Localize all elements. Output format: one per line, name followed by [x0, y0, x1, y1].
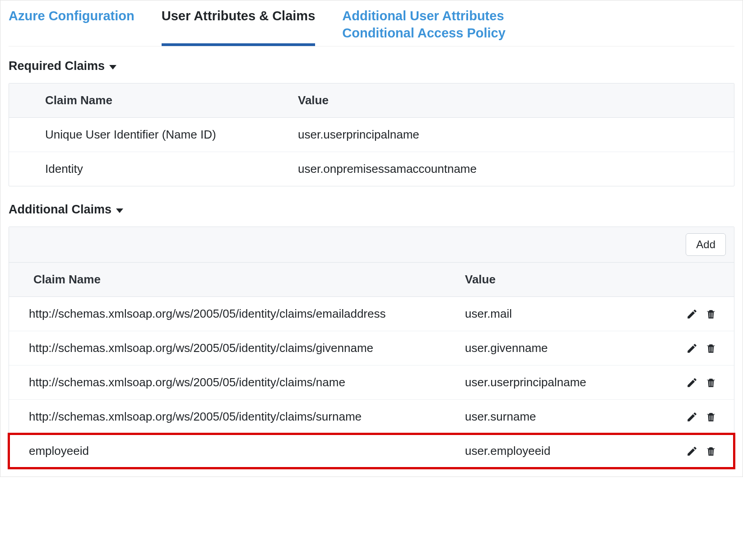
edit-icon[interactable]	[686, 445, 698, 457]
column-value: Value	[298, 93, 725, 107]
additional-claims-table: Add Claim Name Value http://schemas.xmls…	[9, 227, 734, 468]
table-row: Identityuser.onpremisessamaccountname	[9, 152, 734, 186]
claim-name-cell: Identity	[18, 162, 298, 176]
table-row: Unique User Identifier (Name ID)user.use…	[9, 118, 734, 152]
delete-icon[interactable]	[705, 342, 717, 354]
claim-name-cell: http://schemas.xmlsoap.org/ws/2005/05/id…	[18, 410, 465, 424]
edit-icon[interactable]	[686, 411, 698, 423]
delete-icon[interactable]	[705, 411, 717, 423]
add-button[interactable]: Add	[686, 233, 726, 256]
claim-name-cell: http://schemas.xmlsoap.org/ws/2005/05/id…	[18, 341, 465, 355]
claim-value-cell: user.userprincipalname	[298, 128, 725, 142]
required-claims-toggle[interactable]: Required Claims	[9, 59, 734, 73]
tab-bar: Azure Configuration User Attributes & Cl…	[9, 0, 734, 46]
table-row: http://schemas.xmlsoap.org/ws/2005/05/id…	[9, 297, 734, 331]
tab-additional-attributes-conditional[interactable]: Additional User Attributes Conditional A…	[342, 5, 506, 46]
table-row: http://schemas.xmlsoap.org/ws/2005/05/id…	[9, 331, 734, 366]
table-header: Claim Name Value	[9, 83, 734, 118]
delete-icon[interactable]	[705, 445, 717, 457]
tab-additional-line1: Additional User Attributes	[342, 8, 506, 25]
edit-icon[interactable]	[686, 308, 698, 320]
column-value: Value	[465, 273, 675, 287]
caret-down-icon	[116, 208, 123, 213]
column-claim-name: Claim Name	[18, 273, 465, 287]
table-row: employeeiduser.employeeid	[9, 434, 734, 468]
claim-value-cell: user.givenname	[465, 341, 675, 355]
tab-azure-configuration[interactable]: Azure Configuration	[9, 5, 135, 46]
caret-down-icon	[109, 65, 116, 69]
edit-icon[interactable]	[686, 342, 698, 354]
edit-icon[interactable]	[686, 377, 698, 389]
claim-value-cell: user.surname	[465, 410, 675, 424]
claim-value-cell: user.mail	[465, 307, 675, 321]
additional-claims-toolbar: Add	[9, 227, 734, 263]
claim-value-cell: user.employeeid	[465, 444, 675, 458]
claim-name-cell: employeeid	[18, 444, 465, 458]
claim-name-cell: Unique User Identifier (Name ID)	[18, 128, 298, 142]
claim-name-cell: http://schemas.xmlsoap.org/ws/2005/05/id…	[18, 307, 465, 321]
table-row: http://schemas.xmlsoap.org/ws/2005/05/id…	[9, 400, 734, 434]
column-claim-name: Claim Name	[18, 93, 298, 107]
required-claims-table: Claim Name Value Unique User Identifier …	[9, 83, 734, 186]
claim-value-cell: user.onpremisessamaccountname	[298, 162, 725, 176]
table-row: http://schemas.xmlsoap.org/ws/2005/05/id…	[9, 366, 734, 400]
tab-user-attributes-claims[interactable]: User Attributes & Claims	[162, 5, 316, 46]
additional-claims-label: Additional Claims	[9, 203, 111, 217]
delete-icon[interactable]	[705, 308, 717, 320]
table-header: Claim Name Value	[9, 263, 734, 297]
additional-claims-toggle[interactable]: Additional Claims	[9, 203, 734, 217]
delete-icon[interactable]	[705, 377, 717, 389]
tab-additional-line2: Conditional Access Policy	[342, 25, 506, 42]
required-claims-label: Required Claims	[9, 59, 105, 73]
claim-value-cell: user.userprincipalname	[465, 375, 675, 389]
claim-name-cell: http://schemas.xmlsoap.org/ws/2005/05/id…	[18, 375, 465, 389]
